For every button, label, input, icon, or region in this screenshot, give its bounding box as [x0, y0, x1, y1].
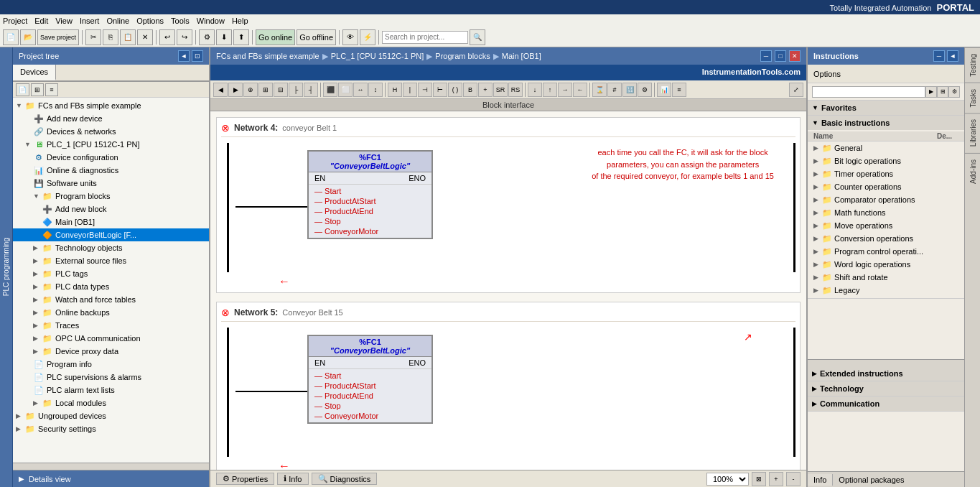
zoom-select[interactable]: 100% 75% 50% 150%: [706, 473, 749, 486]
tree-item-device-config[interactable]: ⚙ Device configuration: [13, 151, 209, 164]
monitor-btn[interactable]: 👁: [342, 29, 358, 45]
tree-item-ungrouped[interactable]: ▶ 📁 Ungrouped devices: [13, 409, 209, 422]
ctb-23[interactable]: →: [558, 83, 572, 97]
tree-item-watch-force[interactable]: ▶ 📁 Watch and force tables: [13, 293, 209, 306]
instructions-search-go[interactable]: ▶: [925, 86, 937, 98]
force-btn[interactable]: ⚡: [360, 29, 375, 45]
instruction-program-ctrl[interactable]: ▶ 📁 Program control operati...: [808, 245, 964, 258]
ctb-17[interactable]: B: [463, 83, 477, 97]
extended-header[interactable]: ▶ Extended instructions: [808, 366, 964, 381]
menu-project[interactable]: Project: [3, 17, 27, 25]
sidebar-view-btn[interactable]: ⊞: [31, 83, 44, 96]
zoom-minus-btn[interactable]: -: [786, 472, 801, 486]
ctb-22[interactable]: ↑: [543, 83, 557, 97]
upload-btn[interactable]: ⬆: [233, 29, 249, 45]
optional-packages-tab[interactable]: Optional packages: [833, 474, 910, 486]
tree-item-program-blocks[interactable]: ▼ 📁 Program blocks: [13, 190, 209, 203]
sidebar-detail-btn[interactable]: ≡: [45, 83, 58, 96]
ctb-9[interactable]: ⬜: [338, 83, 353, 97]
menu-view[interactable]: View: [55, 17, 73, 25]
instruction-word-logic[interactable]: ▶ 📁 Word logic operations: [808, 258, 964, 271]
ctb-30[interactable]: ≡: [672, 83, 686, 97]
details-bar[interactable]: ▶ Details view: [13, 470, 209, 487]
devices-tab[interactable]: Devices: [13, 65, 56, 80]
sidebar-new-btn[interactable]: 📄: [16, 83, 29, 96]
tree-item-plc-supervision[interactable]: 📄 PLC supervisions & alarms: [13, 371, 209, 384]
tree-item-external-source[interactable]: ▶ 📁 External source files: [13, 254, 209, 267]
ctb-29[interactable]: 📊: [657, 83, 671, 97]
instruction-timer[interactable]: ▶ 📁 Timer operations: [808, 167, 964, 180]
tree-item-plc-data-types[interactable]: ▶ 📁 PLC data types: [13, 280, 209, 293]
tree-item-project[interactable]: ▼ 📁 FCs and FBs simple example: [13, 99, 209, 112]
instructions-hscroll[interactable]: [808, 359, 964, 366]
instruction-legacy[interactable]: ▶ 📁 Legacy: [808, 284, 964, 297]
close-btn[interactable]: ✕: [789, 50, 801, 62]
tree-item-plc-tags[interactable]: ▶ 📁 PLC tags: [13, 267, 209, 280]
ctb-20[interactable]: RS: [508, 83, 523, 97]
ctb-3[interactable]: ⊕: [243, 83, 258, 97]
copy-btn[interactable]: ⎘: [103, 29, 118, 45]
tree-item-online-backups[interactable]: ▶ 📁 Online backups: [13, 306, 209, 319]
new-btn[interactable]: 📄: [3, 29, 19, 45]
ctb-expand[interactable]: ⤢: [789, 83, 803, 97]
zoom-plus-btn[interactable]: +: [769, 472, 783, 486]
ctb-6[interactable]: ├: [289, 83, 303, 97]
menu-edit[interactable]: Edit: [34, 17, 48, 25]
instructions-settings[interactable]: ⚙: [948, 86, 960, 98]
ctb-19[interactable]: SR: [493, 83, 508, 97]
instructions-view-toggle[interactable]: ⊞: [937, 86, 948, 98]
tree-item-security[interactable]: ▶ 📁 Security settings: [13, 422, 209, 435]
maximize-btn[interactable]: □: [775, 50, 786, 62]
instruction-move[interactable]: ▶ 📁 Move operations: [808, 219, 964, 232]
open-btn[interactable]: 📂: [20, 29, 36, 45]
search-btn[interactable]: 🔍: [470, 29, 485, 45]
tree-item-add-block[interactable]: ➕ Add new block: [13, 203, 209, 215]
properties-btn[interactable]: ⚙ Properties: [216, 473, 274, 485]
instruction-bit-logic[interactable]: ▶ 📁 Bit logic operations: [808, 154, 964, 167]
minimize-btn[interactable]: ─: [760, 50, 772, 62]
info-tab[interactable]: Info: [808, 474, 833, 486]
download-btn[interactable]: ⬇: [216, 29, 232, 45]
tree-item-devices-networks[interactable]: 🔗 Devices & networks: [13, 125, 209, 138]
go-online-btn[interactable]: Go online: [256, 29, 295, 45]
communication-header[interactable]: ▶ Communication: [808, 396, 964, 411]
ctb-15[interactable]: ⊢: [433, 83, 447, 97]
instruction-comparator[interactable]: ▶ 📁 Comparator operations: [808, 193, 964, 206]
menu-window[interactable]: Window: [197, 17, 225, 25]
instructions-search-input[interactable]: [812, 86, 925, 98]
favorites-header[interactable]: ▼ Favorites: [808, 101, 964, 115]
vtab-tasks[interactable]: Tasks: [965, 83, 980, 113]
vtab-add-ins[interactable]: Add-ins: [965, 153, 980, 190]
ctb-2[interactable]: ▶: [228, 83, 243, 97]
ladder-area[interactable]: ⊗ Network 4: conveyor Belt 1: [210, 111, 806, 470]
vtab-testing[interactable]: Testing: [965, 47, 980, 83]
ctb-12[interactable]: H: [388, 83, 402, 97]
ctb-1[interactable]: ◀: [213, 83, 228, 97]
menu-options[interactable]: Options: [136, 17, 164, 25]
ctb-27[interactable]: 🔢: [622, 83, 637, 97]
vtab-libraries[interactable]: Libraries: [965, 113, 980, 152]
tree-item-online-diag[interactable]: 📊 Online & diagnostics: [13, 164, 209, 177]
compile-btn[interactable]: ⚙: [199, 29, 215, 45]
sidebar-hscroll[interactable]: [13, 463, 209, 470]
menu-tools[interactable]: Tools: [171, 17, 190, 25]
search-input[interactable]: [382, 31, 468, 44]
ctb-16[interactable]: ( ): [448, 83, 462, 97]
instruction-counter[interactable]: ▶ 📁 Counter operations: [808, 180, 964, 193]
instruction-conversion[interactable]: ▶ 📁 Conversion operations: [808, 232, 964, 245]
ctb-28[interactable]: ⚙: [638, 83, 652, 97]
tree-item-conveyor-logic[interactable]: 🔶 ConveyorBeltLogic [F...: [13, 228, 209, 241]
ctb-5[interactable]: ⊟: [274, 83, 288, 97]
ctb-18[interactable]: +: [478, 83, 493, 97]
instructions-collapse[interactable]: ◄: [947, 50, 958, 62]
tree-item-software[interactable]: 💾 Software units: [13, 177, 209, 190]
instructions-minimize[interactable]: ─: [933, 50, 945, 62]
technology-header[interactable]: ▶ Technology: [808, 381, 964, 396]
ctb-25[interactable]: ⌛: [592, 83, 607, 97]
tree-item-add-device[interactable]: ➕ Add new device: [13, 112, 209, 125]
tree-item-program-info[interactable]: 📄 Program info: [13, 358, 209, 371]
redo-btn[interactable]: ↪: [177, 29, 192, 45]
tree-item-plc1[interactable]: ▼ 🖥 PLC_1 [CPU 1512C-1 PN]: [13, 138, 209, 151]
ctb-26[interactable]: #: [607, 83, 622, 97]
diagnostics-btn[interactable]: 🔍 Diagnostics: [312, 473, 378, 485]
